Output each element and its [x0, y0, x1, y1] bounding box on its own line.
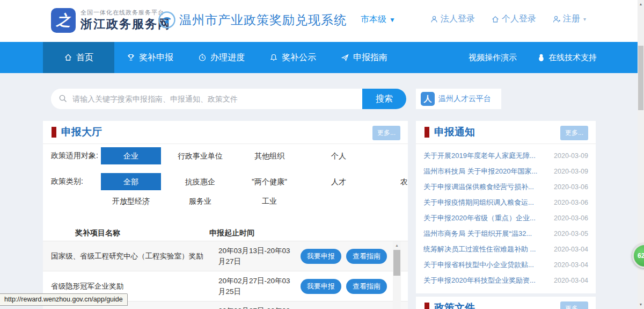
talent-platform-label: 温州人才云平台	[438, 94, 491, 104]
video-demo-link[interactable]: 视频操作演示	[469, 53, 517, 63]
person-icon	[430, 15, 438, 24]
nav-tab-guide[interactable]: 申报指南	[328, 42, 400, 73]
category-option-service[interactable]: 服务业	[170, 192, 230, 210]
nav-tab-publicity[interactable]: 奖补公示	[257, 42, 328, 73]
zhejiang-logo-icon: 之	[51, 8, 76, 33]
register-caret-icon: ▾	[583, 16, 586, 22]
bell-icon	[269, 53, 278, 62]
target-option-individual[interactable]: 个人	[309, 147, 369, 164]
system-logo-icon	[157, 10, 177, 30]
apply-period: 20年02月27日-20年03月	[218, 306, 297, 309]
search-input[interactable]	[51, 89, 362, 109]
trophy-icon	[127, 53, 135, 62]
region-selector[interactable]: 市本级 ▼	[361, 14, 396, 25]
project-name: 国家级、省级工程研究中心（工程实验室）奖励	[43, 251, 218, 261]
talent-platform-icon: 人	[421, 92, 435, 106]
scrollbar-thumb[interactable]	[393, 250, 400, 276]
apply-period: 20年03月13日-20年03月27日	[218, 246, 297, 267]
category-option-open-economy[interactable]: 开放型经济	[101, 192, 161, 210]
tech-support-link[interactable]: 在线技术支持	[537, 53, 597, 63]
register-link[interactable]: 注册 ▾	[552, 13, 586, 25]
category-option-industry[interactable]: 工业	[239, 192, 299, 210]
target-option-admin-unit[interactable]: 行政事业单位	[170, 147, 230, 164]
policy-files-more-button[interactable]: 更多...	[560, 301, 588, 309]
main-navbar: 首页 奖补申报 办理进度 奖补公示 申报指南 视频操作演示 在线技术支持	[0, 42, 644, 73]
notice-item[interactable]: 关于开展2019年度老年人家庭无障... 2020-03-09	[423, 148, 588, 163]
paper-plane-icon	[341, 53, 349, 62]
target-option-enterprise[interactable]: 企业	[101, 147, 161, 164]
category-option-talent[interactable]: 人才	[309, 173, 369, 190]
apply-button[interactable]: 我要申报	[301, 279, 341, 294]
nav-tab-home[interactable]: 首页	[43, 42, 114, 73]
category-option-epidemic[interactable]: 抗疫惠企	[170, 173, 230, 190]
notice-item[interactable]: 关于申报省科技型中小企业贷款贴... 2020-03-04	[423, 257, 588, 272]
personal-login-link[interactable]: 个人登录	[491, 13, 536, 25]
person-plus-icon	[552, 15, 561, 24]
scroll-down-icon[interactable]: ▼	[638, 300, 644, 309]
declare-hall-more-button[interactable]: 更多...	[372, 126, 400, 140]
talent-cloud-platform-link[interactable]: 人 温州人才云平台	[416, 89, 501, 109]
floating-chat-badge[interactable]: 62	[632, 243, 644, 268]
category-filter-label: 政策类别:	[43, 177, 101, 186]
section-marker	[425, 303, 429, 309]
qq-penguin-icon	[537, 53, 545, 62]
policy-files-title: 政策文件	[434, 301, 475, 309]
target-option-other-org[interactable]: 其他组织	[239, 147, 299, 164]
notice-item[interactable]: 关于申报疫情期间组织调入粮食运... 2020-03-06	[423, 195, 588, 210]
corporate-login-link[interactable]: 法人登录	[430, 13, 475, 25]
search-icon	[58, 94, 68, 103]
category-option-two-health[interactable]: "两个健康"	[239, 173, 299, 190]
column-apply-period: 申报起止时间	[209, 228, 254, 238]
system-title: 温州市产业政策奖励兑现系统	[179, 12, 347, 28]
view-guide-button[interactable]: 查看指南	[346, 249, 387, 264]
notice-item[interactable]: 温州市商务局 关于组织开展“温32... 2020-03-05	[423, 226, 588, 241]
home-icon	[64, 53, 72, 62]
scrollbar-thumb[interactable]	[638, 46, 643, 110]
apply-period: 20年02月27日-20年03月25日	[218, 276, 297, 297]
scroll-up-icon[interactable]: ▲	[638, 0, 644, 9]
home-icon	[491, 15, 500, 24]
search-button[interactable]: 搜索	[362, 89, 406, 109]
project-name: 省级隐形冠军企业奖励	[43, 282, 218, 291]
region-label: 市本级	[361, 14, 386, 25]
notices-title: 申报通知	[434, 125, 475, 139]
column-project-name: 奖补项目名称	[75, 228, 120, 238]
reward-table-header: 奖补项目名称 申报起止时间	[43, 226, 408, 241]
browser-status-url: http://reward.wenzhou.gov.cn/app/guide	[0, 293, 128, 306]
view-guide-button[interactable]: 查看指南	[346, 279, 387, 294]
apply-button[interactable]: 我要申报	[301, 249, 341, 264]
notice-item[interactable]: 关于申报2020年科技型企业奖励资... 2020-03-04	[423, 272, 588, 288]
section-marker	[425, 127, 429, 138]
declare-hall-title: 申报大厅	[61, 125, 102, 139]
category-option-agriculture[interactable]: 农业	[378, 173, 408, 190]
nav-tab-apply[interactable]: 奖补申报	[114, 42, 186, 73]
zhejiang-gov-logo[interactable]: 之 全国一体化在线政务服务平台 浙江政务服务网	[51, 8, 171, 33]
notice-item[interactable]: 关于申报调温保供粮食经营亏损补... 2020-03-06	[423, 179, 588, 195]
notices-card: 申报通知 更多... 关于开展2019年度老年人家庭无障... 2020-03-…	[416, 121, 596, 293]
table-row: 国家级、省级工程研究中心（工程实验室）奖励 20年03月13日-20年03月27…	[43, 241, 408, 271]
notice-item[interactable]: 关于申报2020年省级（重点）企业... 2020-03-06	[423, 210, 588, 226]
category-option-all[interactable]: 全部	[101, 173, 161, 190]
chevron-down-icon: ▼	[389, 16, 396, 24]
declare-hall-card: 申报大厅 更多... 政策适用对象: 企业 行政事业单位 其他组织 个人 政策类…	[43, 121, 408, 309]
clock-icon	[198, 53, 207, 62]
nav-tab-progress[interactable]: 办理进度	[186, 42, 257, 73]
target-filter-label: 政策适用对象:	[43, 151, 101, 161]
policy-files-card: 政策文件 更多...	[416, 297, 596, 309]
notices-more-button[interactable]: 更多...	[560, 126, 588, 140]
section-marker	[52, 127, 56, 138]
top-header: 之 全国一体化在线政务服务平台 浙江政务服务网 温州市产业政策奖励兑现系统 市本…	[0, 0, 644, 42]
notice-item[interactable]: 统筹解决员工过渡性住宿难题补助 ... 2020-03-04	[423, 241, 588, 257]
scroll-up-icon[interactable]: ▲	[393, 241, 401, 249]
list-scrollbar[interactable]: ▲	[393, 241, 401, 309]
search-bar: 搜索	[51, 89, 406, 109]
notice-item[interactable]: 温州市科技局 关于申报2020年国家... 2020-03-09	[423, 163, 588, 179]
